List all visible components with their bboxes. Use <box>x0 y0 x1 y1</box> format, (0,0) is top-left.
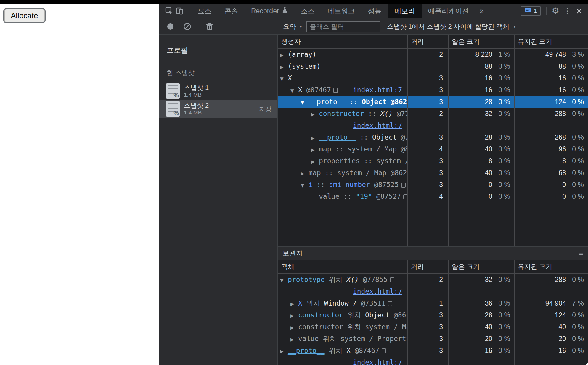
column-header-shallow-size[interactable]: 얕은 크기 <box>448 260 514 273</box>
column-header-object[interactable]: 객체 <box>278 260 407 273</box>
table-row[interactable]: ▶(array) 2 8 2201 % 49 7483 % <box>278 49 588 60</box>
device-toolbar-icon[interactable] <box>174 4 185 18</box>
more-tabs-icon[interactable]: » <box>475 6 488 15</box>
snapshot-icon: % <box>166 83 180 99</box>
tab-elements[interactable]: 요소 <box>191 4 218 18</box>
reveal-icon[interactable] <box>333 88 338 93</box>
panel-divider <box>278 18 278 34</box>
expand-arrow-icon[interactable]: ▶ <box>290 310 298 321</box>
source-link[interactable]: index.html:7 <box>353 119 402 131</box>
table-row[interactable]: ▶constructor 위치 Object @86207 3 280 % 12… <box>278 309 588 321</box>
tab-application[interactable]: 애플리케이션 <box>422 4 475 18</box>
table-row[interactable]: ▶constructor 위치 system / Map @ 3 400 % 4… <box>278 321 588 333</box>
tab-sources[interactable]: 소스 <box>295 4 321 18</box>
constructors-header: 생성자 거리 얕은 크기 유지된 크기 <box>278 35 588 49</box>
settings-gear-icon[interactable]: ⚙ <box>550 4 561 18</box>
collapse-arrow-icon[interactable]: ▼ <box>280 274 288 286</box>
table-row[interactable]: value :: "19" @87527 4 00 % 00 % <box>278 190 588 202</box>
retainers-title: 보관자 <box>282 249 303 258</box>
expand-arrow-icon[interactable]: ▶ <box>280 49 288 60</box>
snapshot-size: 1.4 MB <box>184 109 209 116</box>
reveal-icon[interactable] <box>403 194 407 199</box>
allocate-button[interactable]: Allocate <box>4 9 45 22</box>
table-row[interactable]: ▶(system) – 880 % 880 % <box>278 60 588 72</box>
expand-arrow-icon[interactable]: ▶ <box>311 144 319 155</box>
expand-arrow-icon[interactable]: ▶ <box>311 156 319 167</box>
source-link[interactable]: index.html:7 <box>353 356 402 365</box>
table-row[interactable]: ▶value 위치 system / PropertyCe 3 200 % 20… <box>278 333 588 345</box>
column-header-distance[interactable]: 거리 <box>407 260 448 273</box>
snapshot-name: 스냅샷 1 <box>184 84 209 92</box>
table-row[interactable]: ▶__proto__ 위치 X @87467 index.html:7 3 16… <box>278 345 588 365</box>
reveal-icon[interactable] <box>382 348 386 353</box>
snapshot-item-2[interactable]: % 스냅샷 2 1.4 MB 저장 <box>159 100 277 118</box>
reveal-icon[interactable] <box>390 277 394 282</box>
table-row[interactable]: ▼i :: smi number @87525 3 00 % 00 % <box>278 179 588 190</box>
issue-bubble-icon <box>524 7 531 15</box>
column-header-retained-size[interactable]: 유지된 크기 <box>514 35 588 48</box>
table-row[interactable]: ▶map :: system / Map @86209 3 400 % 680 … <box>278 167 588 179</box>
devtools-panel: 요소 콘솔 Recorder 소스 네트워크 성능 메모리 애플리케이션 » 1… <box>159 4 588 365</box>
column-header-distance[interactable]: 거리 <box>407 35 448 48</box>
heap-snapshots-section-title: 힙 스냅샷 <box>167 69 277 77</box>
source-link[interactable]: index.html:7 <box>353 84 402 96</box>
record-icon[interactable] <box>167 23 173 30</box>
snapshot-icon: % <box>166 101 180 117</box>
tab-memory[interactable]: 메모리 <box>388 4 422 18</box>
profiles-title: 프로필 <box>167 46 277 55</box>
snapshot-size: 1.4 MB <box>184 92 209 98</box>
collapse-arrow-icon[interactable]: ▼ <box>301 180 309 190</box>
collapse-arrow-icon[interactable]: ▼ <box>301 97 309 108</box>
table-row[interactable]: ▶properties :: system / Pr 3 80 % 80 % <box>278 155 588 167</box>
chevron-down-icon: ▼ <box>513 25 516 29</box>
memory-toolbar: 요약 ▼ 스냅샷 1에서 스냅샷 2 사이에 할당된 객체 ▼ <box>159 18 588 35</box>
table-row[interactable]: ▶constructor :: X() @77855 index.html:7 … <box>278 108 588 131</box>
inspect-element-icon[interactable] <box>164 4 174 18</box>
tab-network[interactable]: 네트워크 <box>321 4 362 18</box>
column-header-constructor[interactable]: 생성자 <box>278 35 407 48</box>
snapshot-item-1[interactable]: % 스냅샷 1 1.4 MB <box>159 82 277 100</box>
snapshot-name: 스냅샷 2 <box>184 102 209 109</box>
table-row[interactable]: ▶X 위치 Window / @73511 1 360 % 94 9047 % <box>278 297 588 309</box>
heap-view: 생성자 거리 얕은 크기 유지된 크기 ▶(array) 2 8 2201 % … <box>278 35 588 365</box>
collapse-arrow-icon[interactable]: ▼ <box>290 85 298 96</box>
reveal-icon[interactable] <box>401 182 406 188</box>
table-row[interactable]: ▶map :: system / Map @8597 4 400 % 960 % <box>278 143 588 155</box>
kebab-menu-icon[interactable]: ⋮ <box>561 4 573 18</box>
perspective-select[interactable]: 요약 ▼ <box>283 18 303 35</box>
save-snapshot-link[interactable]: 저장 <box>259 105 271 113</box>
clear-profiles-icon[interactable] <box>183 22 191 32</box>
issues-badge[interactable]: 1 <box>521 6 541 16</box>
window-top-bar <box>0 0 588 4</box>
table-row[interactable]: ▶__proto__ :: Object @7398 3 280 % 2680 … <box>278 131 588 143</box>
reveal-icon[interactable] <box>388 301 392 306</box>
column-header-retained-size[interactable]: 유지된 크기 <box>514 260 588 273</box>
expand-arrow-icon[interactable]: ▶ <box>311 109 319 120</box>
table-row[interactable]: ▼X @87467 index.html:7 3 160 % 160 % <box>278 84 588 96</box>
tab-performance[interactable]: 성능 <box>362 4 388 18</box>
table-row[interactable]: ▼X 3 160 % 160 % <box>278 72 588 84</box>
expand-arrow-icon[interactable]: ▶ <box>290 322 298 333</box>
close-icon[interactable] <box>573 4 585 18</box>
table-row[interactable]: ▼prototype 위치 X() @77855 index.html:7 2 … <box>278 274 588 297</box>
table-row-selected[interactable]: ▼__proto__ :: Object @86207 3 280 % 1240… <box>278 96 588 108</box>
class-filter-input[interactable] <box>306 21 380 32</box>
snapshot-range-select[interactable]: 스냅샷 1에서 스냅샷 2 사이에 할당된 객체 ▼ <box>387 18 516 35</box>
trash-icon[interactable] <box>206 22 213 32</box>
expand-arrow-icon[interactable]: ▶ <box>301 168 309 179</box>
retainers-titlebar: 보관자 ≡ <box>278 246 588 260</box>
retainers-menu-icon[interactable]: ≡ <box>579 249 583 258</box>
toolbar-divider <box>199 22 199 31</box>
expand-arrow-icon[interactable]: ▶ <box>290 298 298 309</box>
expand-arrow-icon[interactable]: ▶ <box>290 334 298 345</box>
flask-icon <box>282 4 288 18</box>
expand-arrow-icon[interactable]: ▶ <box>280 345 288 357</box>
profiles-sidebar: 프로필 힙 스냅샷 % 스냅샷 1 1.4 MB % 스냅샷 2 1.4 MB <box>159 35 278 365</box>
tab-console[interactable]: 콘솔 <box>218 4 245 18</box>
column-header-shallow-size[interactable]: 얕은 크기 <box>448 35 514 48</box>
source-link[interactable]: index.html:7 <box>353 285 402 297</box>
collapse-arrow-icon[interactable]: ▼ <box>280 73 288 84</box>
expand-arrow-icon[interactable]: ▶ <box>311 132 319 143</box>
tab-recorder[interactable]: Recorder <box>245 4 295 18</box>
expand-arrow-icon[interactable]: ▶ <box>280 61 288 72</box>
